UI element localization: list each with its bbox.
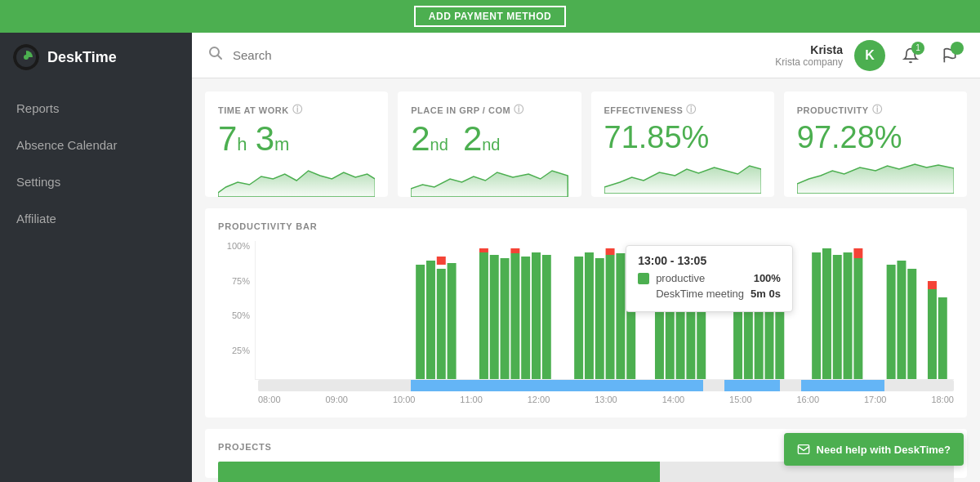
user-info: Krista Krista company [775, 43, 843, 68]
svg-rect-45 [897, 261, 906, 379]
stat-label-time: TIME AT WORK ⓘ [218, 103, 375, 117]
content-area: Krista Krista company K 1 [192, 33, 980, 482]
tooltip-app-val: 5m 0s [751, 288, 781, 300]
svg-rect-16 [510, 248, 519, 253]
logo-text: DeskTime [47, 49, 117, 66]
svg-rect-18 [532, 252, 541, 379]
stats-row: TIME AT WORK ⓘ 7h 3m [205, 91, 967, 197]
user-company: Krista company [775, 56, 843, 68]
info-icon-effectiveness: ⓘ [686, 103, 697, 117]
stat-chart-productivity [797, 161, 954, 194]
tooltip-app-label: DeskTime meeting [656, 288, 744, 300]
help-button[interactable]: Need help with DeskTime? [784, 433, 964, 466]
svg-rect-49 [938, 297, 947, 379]
info-icon-place: ⓘ [514, 103, 524, 117]
bar-chart-area: 13:00 - 13:05 productive 100% DeskTime m… [255, 241, 954, 380]
avatar[interactable]: K [854, 40, 885, 71]
sidebar: DeskTime Reports Absence Calendar Settin… [0, 33, 192, 482]
tooltip-color-productive [638, 273, 649, 284]
stat-value-time: 7h 3m [218, 122, 375, 156]
sidebar-item-affiliate[interactable]: Affiliate [0, 200, 192, 237]
stat-label-place: PLACE IN GRP / COM ⓘ [411, 103, 568, 117]
x-label-16: 16:00 [797, 395, 820, 404]
svg-rect-9 [448, 263, 457, 379]
x-label-15: 15:00 [729, 395, 752, 404]
svg-rect-43 [853, 258, 862, 379]
timeline-bar [258, 380, 954, 391]
stat-value-place: 2nd 2nd [411, 122, 568, 156]
x-label-18: 18:00 [931, 395, 954, 404]
svg-rect-14 [501, 258, 510, 379]
y-axis: 100% 75% 50% 25% [218, 241, 255, 380]
help-label: Need help with DeskTime? [817, 444, 951, 456]
x-label-08: 08:00 [258, 395, 281, 404]
tooltip-time: 13:00 - 13:05 [638, 254, 781, 267]
x-label-17: 17:00 [864, 395, 887, 404]
productivity-section: PRODUCTIVITY BAR 100% 75% 50% 25% [205, 208, 967, 417]
svg-rect-7 [426, 261, 435, 379]
x-label-11: 11:00 [460, 395, 483, 404]
svg-line-4 [218, 56, 222, 60]
sidebar-item-settings[interactable]: Settings [0, 163, 192, 200]
svg-rect-13 [490, 255, 499, 379]
tooltip-label-productive: productive [656, 272, 747, 284]
stat-label-productivity: PRODUCTIVITY ⓘ [797, 103, 954, 117]
svg-rect-12 [479, 248, 488, 252]
svg-rect-15 [510, 253, 519, 379]
header-bar: Krista Krista company K 1 [192, 33, 980, 78]
notification-badge: 1 [911, 42, 924, 55]
x-axis: 08:00 09:00 10:00 11:00 12:00 13:00 14:0… [258, 395, 954, 404]
svg-rect-21 [585, 252, 594, 379]
stat-card-time: TIME AT WORK ⓘ 7h 3m [205, 91, 388, 197]
info-icon-time: ⓘ [292, 103, 303, 117]
sidebar-nav: Reports Absence Calendar Settings Affili… [0, 90, 192, 237]
svg-rect-50 [798, 445, 808, 454]
stat-chart-effectiveness [604, 161, 761, 194]
svg-rect-44 [887, 265, 896, 379]
flag-badge [951, 42, 964, 55]
stat-card-effectiveness: EFFECTIVENESS ⓘ 71.85% [591, 91, 774, 197]
stat-chart-place [411, 164, 568, 197]
sidebar-item-reports[interactable]: Reports [0, 90, 192, 127]
svg-rect-17 [521, 257, 530, 379]
svg-rect-22 [595, 258, 604, 379]
tooltip-app-row: DeskTime meeting 5m 0s [638, 288, 781, 300]
email-icon [797, 443, 810, 456]
svg-rect-46 [907, 269, 916, 379]
x-label-13: 13:00 [595, 395, 617, 404]
x-label-10: 10:00 [393, 395, 416, 404]
svg-rect-39 [822, 248, 831, 379]
svg-rect-23 [606, 255, 615, 379]
tooltip-productive-row: productive 100% [638, 272, 781, 284]
svg-rect-38 [812, 252, 821, 379]
svg-rect-47 [928, 289, 937, 379]
flag-icon-btn[interactable] [936, 42, 964, 69]
svg-rect-25 [616, 253, 625, 379]
notification-bell[interactable]: 1 [897, 42, 924, 69]
timeline-segment-1 [411, 380, 703, 391]
main-content: TIME AT WORK ⓘ 7h 3m [192, 78, 980, 482]
add-payment-button[interactable]: ADD PAYMENT METHOD [414, 6, 566, 27]
svg-rect-6 [416, 265, 425, 379]
x-label-12: 12:00 [528, 395, 550, 404]
svg-rect-48 [928, 281, 937, 289]
productivity-bar-title: PRODUCTIVITY BAR [218, 221, 954, 231]
svg-rect-42 [853, 248, 862, 258]
svg-rect-8 [437, 269, 446, 379]
svg-rect-24 [606, 248, 615, 255]
svg-rect-11 [479, 252, 488, 379]
stat-value-effectiveness: 71.85% [604, 122, 761, 153]
x-label-09: 09:00 [325, 395, 348, 404]
logo-icon [13, 44, 39, 70]
info-icon-productivity: ⓘ [872, 103, 883, 117]
user-name: Krista [775, 43, 843, 56]
svg-rect-10 [437, 257, 446, 265]
svg-rect-20 [574, 257, 583, 379]
projects-bar-fill [218, 462, 660, 482]
search-input[interactable] [233, 48, 765, 62]
stat-chart-time [218, 164, 375, 197]
svg-rect-19 [542, 255, 551, 379]
stat-card-productivity: PRODUCTIVITY ⓘ 97.28% [784, 91, 967, 197]
sidebar-item-absence-calendar[interactable]: Absence Calendar [0, 127, 192, 163]
svg-point-2 [24, 55, 29, 60]
